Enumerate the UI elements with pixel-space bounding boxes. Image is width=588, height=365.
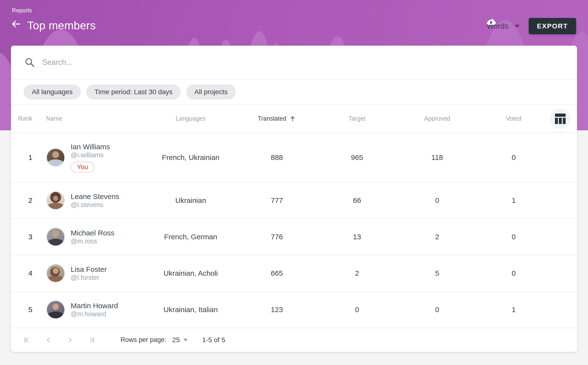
search-input[interactable] (42, 58, 261, 67)
first-page-icon (23, 336, 30, 344)
member-name: Lisa Foster (71, 265, 107, 274)
search-icon (24, 57, 35, 68)
member-cell: Martin Howard @m.howard (43, 301, 145, 318)
approved-cell: 5 (397, 269, 477, 277)
caret-down-icon (184, 339, 187, 341)
avatar (47, 149, 64, 166)
table-columns-icon (555, 113, 566, 124)
voted-cell: 0 (477, 153, 550, 162)
target-cell: 66 (317, 196, 397, 205)
target-cell: 13 (317, 233, 397, 241)
arrow-up-icon (289, 115, 296, 122)
avatar (47, 228, 64, 246)
rows-per-page-label: Rows per page: (120, 336, 166, 344)
translated-cell: 777 (237, 196, 317, 205)
next-page-button[interactable] (63, 333, 77, 347)
target-cell: 965 (317, 153, 397, 162)
member-username: @m.ross (71, 237, 114, 245)
cloud-download-icon (486, 18, 496, 25)
voted-cell: 1 (477, 196, 550, 205)
back-button[interactable] (11, 20, 22, 31)
export-button[interactable]: EXPORT (529, 18, 576, 34)
column-header-translated[interactable]: Translated (237, 115, 317, 122)
member-cell: Leane Stevens @l.stevens (43, 192, 145, 209)
table-row[interactable]: 4 Lisa Foster @l.forster Ukrainian, Acho… (11, 255, 577, 292)
column-header-approved[interactable]: Approved (397, 115, 477, 122)
member-cell: Michael Ross @m.ross (43, 228, 145, 246)
table-header: Rank Name Languages Translated Target Ap… (11, 105, 577, 133)
avatar (47, 301, 64, 318)
target-cell: 0 (317, 306, 397, 314)
rank-cell: 1 (18, 153, 43, 162)
chevron-left-icon (45, 336, 52, 344)
filter-chip-projects[interactable]: All projects (186, 84, 236, 100)
approved-cell: 2 (397, 233, 477, 241)
rank-cell: 3 (18, 233, 43, 241)
last-page-icon (88, 336, 96, 344)
pagination-bar: Rows per page: 25 1-5 of 5 (11, 328, 577, 352)
member-cell: Lisa Foster @l.forster (43, 265, 145, 282)
member-username: @l.forster (71, 274, 107, 282)
table-row[interactable]: 3 Michael Ross @m.ross French, German 77… (11, 219, 577, 255)
table-row[interactable]: 5 Martin Howard @m.howard Ukrainian, Ita… (11, 292, 577, 328)
top-members-report-page: Reports Top members Words (0, 0, 588, 365)
rank-cell: 4 (18, 269, 43, 277)
translated-cell: 123 (237, 306, 317, 314)
first-page-button[interactable] (20, 333, 33, 347)
rank-cell: 5 (18, 306, 43, 314)
table-body: 1 Ian Williams @i.williams You French, U… (11, 133, 577, 328)
member-username: @l.stevens (71, 201, 119, 209)
column-settings-button[interactable] (550, 108, 571, 129)
translated-cell: 776 (237, 233, 317, 241)
column-header-target[interactable]: Target (317, 115, 397, 122)
member-name: Michael Ross (71, 228, 114, 237)
search-bar (11, 46, 577, 80)
last-page-button[interactable] (85, 333, 99, 347)
column-header-voted[interactable]: Voted (477, 115, 550, 122)
table-row[interactable]: 1 Ian Williams @i.williams You French, U… (11, 133, 577, 182)
arrow-left-icon (11, 19, 21, 29)
target-cell: 2 (317, 269, 397, 277)
member-name: Ian Williams (71, 142, 110, 151)
chevron-right-icon (67, 336, 74, 344)
member-name: Leane Stevens (71, 192, 119, 201)
filter-chip-languages[interactable]: All languages (24, 84, 81, 100)
approved-cell: 0 (397, 306, 477, 314)
pagination-range: 1-5 of 5 (202, 336, 225, 344)
report-card: All languages Time period: Last 30 days … (11, 46, 577, 352)
rows-per-page-value: 25 (172, 336, 180, 344)
approved-cell: 0 (397, 196, 477, 205)
approved-cell: 118 (397, 153, 477, 162)
member-username: @i.williams (71, 151, 110, 159)
export-button-label: EXPORT (537, 22, 568, 30)
table-row[interactable]: 2 Leane Stevens @l.stevens Ukrainian 777… (11, 182, 577, 219)
column-header-languages[interactable]: Languages (145, 115, 237, 122)
voted-cell: 0 (477, 269, 550, 277)
voted-cell: 1 (477, 306, 550, 314)
languages-cell: French, Ukrainian (145, 153, 237, 162)
avatar (47, 265, 64, 282)
previous-page-button[interactable] (42, 333, 55, 347)
member-username: @m.howard (71, 310, 118, 318)
column-header-rank: Rank (18, 115, 43, 122)
languages-cell: Ukrainian, Italian (145, 306, 237, 314)
languages-cell: Ukrainian (145, 196, 237, 205)
filter-chips: All languages Time period: Last 30 days … (11, 80, 577, 105)
avatar (47, 192, 64, 209)
member-cell: Ian Williams @i.williams You (43, 142, 145, 173)
you-badge: You (71, 162, 94, 173)
column-header-translated-label: Translated (258, 115, 286, 122)
translated-cell: 888 (237, 153, 317, 162)
rank-cell: 2 (18, 196, 43, 205)
translated-cell: 665 (237, 269, 317, 277)
languages-cell: Ukrainian, Acholi (145, 269, 237, 277)
breadcrumb: Reports (12, 7, 32, 14)
page-title: Top members (27, 19, 96, 32)
filter-chip-time-period[interactable]: Time period: Last 30 days (86, 84, 181, 100)
languages-cell: French, German (145, 233, 237, 241)
rows-per-page-select[interactable]: 25 (172, 336, 187, 344)
voted-cell: 0 (477, 233, 550, 241)
column-header-name[interactable]: Name (43, 115, 145, 122)
member-name: Martin Howard (71, 301, 118, 310)
caret-down-icon (515, 25, 520, 28)
